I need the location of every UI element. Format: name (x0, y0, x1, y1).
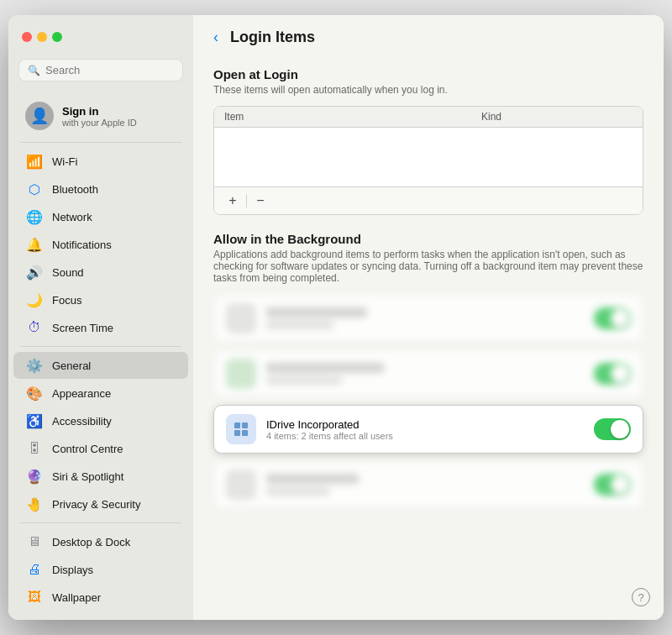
bg-item-name-2 (266, 363, 384, 373)
bg-toggle-1[interactable] (594, 307, 631, 329)
svg-rect-3 (242, 430, 248, 436)
sidebar-item-focus[interactable]: 🌙 Focus (13, 286, 188, 313)
close-button[interactable] (22, 32, 32, 42)
accessibility-icon: ♿ (25, 412, 44, 430)
sidebar-label-siri: Siri & Spotlight (52, 470, 123, 483)
bg-toggle-2[interactable] (594, 363, 631, 385)
login-items-table: Item Kind + − (213, 106, 643, 215)
svg-rect-2 (234, 430, 240, 436)
sidebar-nav: 👤 Sign in with your Apple ID 📶 Wi-Fi ⬡ B… (8, 88, 193, 620)
sidebar-item-siri[interactable]: 🔮 Siri & Spotlight (13, 463, 188, 490)
search-icon: 🔍 (28, 65, 40, 76)
traffic-lights (22, 32, 62, 42)
sidebar-label-wifi: Wi-Fi (52, 155, 77, 168)
user-info: Sign in with your Apple ID (62, 105, 137, 128)
sidebar-item-screentime[interactable]: ⏱ Screen Time (13, 314, 188, 341)
sidebar-item-controlcentre[interactable]: 🎛 Control Centre (13, 435, 188, 462)
bg-item-sub-1 (266, 321, 333, 329)
minimize-button[interactable] (37, 32, 47, 42)
sidebar-label-desktop: Desktop & Dock (52, 536, 130, 548)
bluetooth-icon: ⬡ (25, 180, 44, 198)
help-button[interactable]: ? (632, 588, 650, 606)
sidebar-label-wallpaper: Wallpaper (52, 591, 101, 604)
bg-item-info-3 (266, 474, 584, 496)
svg-rect-1 (242, 422, 248, 428)
sidebar-item-general[interactable]: ⚙️ General (13, 352, 188, 379)
svg-rect-0 (234, 422, 240, 428)
table-controls: + − (214, 186, 643, 214)
sidebar-item-privacy[interactable]: 🤚 Privacy & Security (13, 491, 188, 517)
remove-item-button[interactable]: − (250, 191, 270, 211)
avatar-icon: 👤 (30, 107, 49, 125)
sidebar: 🔍 👤 Sign in with your Apple ID 📶 Wi-Fi ⬡ (8, 15, 193, 620)
sidebar-titlebar (8, 15, 193, 59)
sidebar-label-network: Network (52, 211, 92, 223)
idrive-subtitle: 4 items: 2 items affect all users (266, 431, 584, 441)
sidebar-item-wallpaper[interactable]: 🖼 Wallpaper (13, 584, 188, 611)
idrive-icon (226, 414, 256, 444)
bg-item-info-2 (266, 363, 584, 385)
sidebar-label-appearance: Appearance (52, 387, 111, 400)
add-item-button[interactable]: + (223, 191, 243, 211)
sidebar-label-accessibility: Accessibility (52, 415, 112, 428)
sidebar-item-notifications[interactable]: 🔔 Notifications (13, 231, 188, 258)
sidebar-divider3 (20, 522, 181, 523)
settings-window: 🔍 👤 Sign in with your Apple ID 📶 Wi-Fi ⬡ (8, 15, 664, 620)
idrive-toggle[interactable] (594, 418, 631, 440)
grid-icon (233, 421, 249, 438)
page-title: Login Items (230, 29, 315, 46)
sidebar-label-screentime: Screen Time (52, 322, 113, 334)
allow-background-section: Allow in the Background Applications add… (213, 232, 643, 516)
bg-toggle-3[interactable] (594, 474, 631, 496)
sidebar-item-network[interactable]: 🌐 Network (13, 203, 188, 230)
idrive-name: IDrive Incorporated (266, 418, 584, 431)
avatar: 👤 (25, 102, 54, 130)
wifi-icon: 📶 (25, 152, 44, 171)
general-icon: ⚙️ (25, 356, 44, 375)
back-button[interactable]: ‹ (210, 27, 222, 48)
background-items-list: IDrive Incorporated 4 items: 2 items aff… (213, 294, 643, 516)
desktop-icon: 🖥 (25, 533, 44, 551)
bg-item-sub-2 (266, 376, 342, 385)
sidebar-user[interactable]: 👤 Sign in with your Apple ID (13, 95, 188, 137)
sidebar-item-sound[interactable]: 🔊 Sound (13, 259, 188, 286)
sidebar-item-appearance[interactable]: 🎨 Appearance (13, 380, 188, 407)
bg-item-name-3 (266, 474, 359, 484)
main-scroll-area: Open at Login These items will open auto… (193, 59, 664, 620)
col-item-header: Item (224, 111, 481, 123)
user-subtitle: with your Apple ID (62, 118, 137, 128)
sidebar-label-notifications: Notifications (52, 239, 112, 251)
search-box[interactable]: 🔍 (18, 59, 183, 81)
sidebar-label-bluetooth: Bluetooth (52, 183, 98, 196)
user-name: Sign in (62, 105, 137, 118)
bg-item-icon-1 (226, 303, 256, 333)
wallpaper-icon: 🖼 (25, 588, 44, 606)
bg-item-blurred-3 (213, 460, 643, 509)
sidebar-item-accessibility[interactable]: ♿ Accessibility (13, 407, 188, 434)
network-icon: 🌐 (25, 207, 44, 226)
sidebar-item-wifi[interactable]: 📶 Wi-Fi (13, 148, 188, 175)
appearance-icon: 🎨 (25, 384, 44, 402)
displays-icon: 🖨 (25, 560, 44, 579)
sidebar-item-desktop[interactable]: 🖥 Desktop & Dock (13, 528, 188, 555)
sidebar-label-controlcentre: Control Centre (52, 443, 123, 455)
bg-item-idrive: IDrive Incorporated 4 items: 2 items aff… (213, 405, 643, 454)
btn-separator (246, 194, 247, 207)
bg-item-sub-3 (266, 487, 329, 496)
allow-background-heading: Allow in the Background (213, 232, 643, 246)
notifications-icon: 🔔 (25, 235, 44, 254)
sidebar-label-general: General (52, 359, 91, 372)
siri-icon: 🔮 (25, 467, 44, 485)
main-titlebar: ‹ Login Items (193, 15, 664, 59)
bg-item-icon-3 (226, 470, 256, 500)
sidebar-divider (20, 142, 181, 143)
open-at-login-desc: These items will open automatically when… (213, 84, 643, 96)
search-input[interactable] (45, 64, 174, 76)
bg-item-info-1 (266, 307, 584, 329)
sidebar-item-bluetooth[interactable]: ⬡ Bluetooth (13, 176, 188, 202)
maximize-button[interactable] (52, 32, 62, 42)
table-header: Item Kind (214, 107, 643, 128)
table-body (214, 128, 643, 186)
sidebar-item-displays[interactable]: 🖨 Displays (13, 556, 188, 583)
sidebar-label-focus: Focus (52, 294, 81, 307)
